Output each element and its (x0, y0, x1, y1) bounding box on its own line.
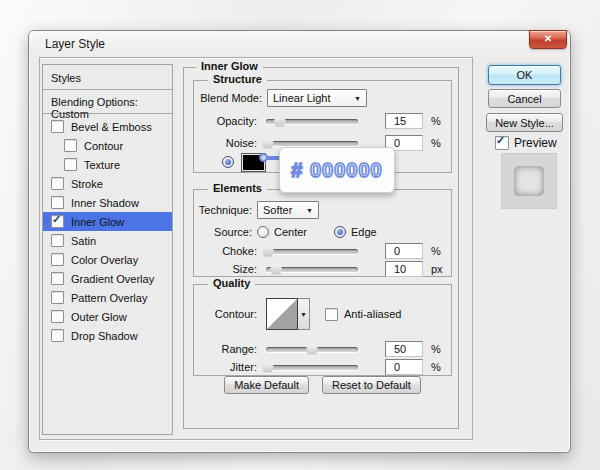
reset-to-default-button[interactable]: Reset to Default (322, 376, 421, 394)
technique-value: Softer (263, 204, 292, 216)
range-slider-thumb[interactable] (306, 344, 318, 355)
jitter-slider[interactable] (266, 365, 358, 370)
antialiased-checkbox[interactable] (325, 308, 338, 321)
choke-unit: % (431, 245, 441, 257)
contour-swatch[interactable] (266, 298, 298, 330)
noise-slider-thumb[interactable] (262, 138, 274, 149)
sidebar-item-label: Texture (84, 159, 120, 171)
layer-style-dialog: Layer Style ✕ Styles Blending Options: C… (28, 30, 571, 453)
effect-checkbox[interactable] (51, 196, 64, 209)
sidebar-item-label: Satin (71, 235, 96, 247)
effect-checkbox[interactable] (51, 310, 64, 323)
sidebar-item-label: Outer Glow (71, 311, 127, 323)
noise-slider[interactable] (266, 141, 358, 146)
source-center-label: Center (274, 226, 307, 238)
effect-checkbox[interactable] (64, 158, 77, 171)
choke-input[interactable] (385, 243, 423, 259)
size-slider-thumb[interactable] (270, 264, 282, 275)
jitter-label: Jitter: (194, 361, 257, 373)
choke-slider-thumb[interactable] (262, 246, 274, 257)
structure-title: Structure (208, 73, 267, 85)
effect-checkbox[interactable] (51, 272, 64, 285)
range-input[interactable] (385, 341, 423, 357)
size-unit: px (431, 263, 443, 275)
sidebar-item-gradient-overlay[interactable]: Gradient Overlay (43, 269, 172, 288)
opacity-input[interactable] (385, 113, 423, 129)
range-label: Range: (194, 343, 257, 355)
range-unit: % (431, 343, 441, 355)
effect-checkbox[interactable] (51, 234, 64, 247)
effect-checkbox[interactable] (64, 139, 77, 152)
sidebar-item-bevel-emboss[interactable]: Bevel & Emboss (43, 117, 172, 136)
effect-checkbox[interactable] (51, 329, 64, 342)
choke-slider[interactable] (266, 249, 358, 254)
sidebar-item-stroke[interactable]: Stroke (43, 174, 172, 193)
panel-title: Inner Glow (196, 60, 263, 72)
effect-checkbox[interactable] (51, 253, 64, 266)
contour-picker-arrow[interactable]: ▼ (298, 298, 310, 330)
sidebar-item-label: Gradient Overlay (71, 273, 154, 285)
sidebar-item-label: Inner Shadow (71, 197, 139, 209)
blend-mode-select[interactable]: Linear Light ▼ (267, 89, 367, 107)
jitter-slider-thumb[interactable] (262, 362, 274, 373)
range-slider[interactable] (266, 347, 358, 352)
sidebar-item-label: Bevel & Emboss (71, 121, 152, 133)
technique-select[interactable]: Softer ▼ (257, 201, 319, 219)
cancel-button[interactable]: Cancel (488, 89, 561, 108)
blend-mode-value: Linear Light (273, 92, 331, 104)
sidebar-item-label: Drop Shadow (71, 330, 138, 342)
source-edge-radio[interactable] (334, 226, 346, 238)
effect-checkbox[interactable] (51, 291, 64, 304)
source-center-radio[interactable] (257, 226, 269, 238)
sidebar-item-label: Pattern Overlay (71, 292, 147, 304)
styles-sidebar: Styles Blending Options: Custom Bevel & … (42, 64, 173, 435)
effect-checkbox[interactable] (51, 177, 64, 190)
default-buttons-row: Make Default Reset to Default (193, 376, 452, 394)
sidebar-item-satin[interactable]: Satin (43, 231, 172, 250)
size-label: Size: (194, 263, 257, 275)
size-slider[interactable] (266, 267, 358, 272)
preview-label: Preview (514, 136, 557, 150)
preview-checkbox[interactable] (495, 136, 509, 150)
opacity-unit: % (431, 115, 441, 127)
glow-color-radio[interactable] (222, 156, 234, 168)
sidebar-item-styles[interactable]: Styles (43, 65, 172, 90)
ok-button[interactable]: OK (488, 65, 561, 85)
close-icon[interactable]: ✕ (529, 30, 567, 49)
chevron-down-icon: ▼ (300, 311, 307, 318)
noise-unit: % (431, 137, 441, 149)
color-hex-value: # 000000 (291, 159, 382, 182)
sidebar-item-texture[interactable]: Texture (43, 155, 172, 174)
quality-title: Quality (208, 277, 255, 289)
color-value-tooltip: # 000000 (279, 147, 395, 193)
opacity-slider[interactable] (266, 119, 358, 124)
sidebar-item-contour[interactable]: Contour (43, 136, 172, 155)
title-bar[interactable]: Layer Style ✕ (29, 31, 570, 57)
dialog-title: Layer Style (45, 37, 105, 51)
preview-toggle: Preview (495, 136, 557, 150)
sidebar-item-label: Inner Glow (71, 216, 124, 228)
sidebar-items: Bevel & EmbossContourTextureStrokeInner … (43, 114, 172, 345)
sidebar-item-pattern-overlay[interactable]: Pattern Overlay (43, 288, 172, 307)
effect-checkbox[interactable] (51, 215, 64, 228)
sidebar-item-color-overlay[interactable]: Color Overlay (43, 250, 172, 269)
jitter-unit: % (431, 361, 441, 373)
make-default-button[interactable]: Make Default (224, 376, 309, 394)
style-preview-thumbnail (501, 153, 557, 209)
chevron-down-icon: ▼ (348, 95, 361, 102)
antialiased-label: Anti-aliased (344, 308, 401, 320)
sidebar-item-inner-glow[interactable]: Inner Glow (43, 212, 172, 231)
new-style-button[interactable]: New Style... (486, 113, 563, 132)
sidebar-item-inner-shadow[interactable]: Inner Shadow (43, 193, 172, 212)
inner-glow-preview (514, 166, 544, 196)
sidebar-item-label: Stroke (71, 178, 103, 190)
sidebar-item-drop-shadow[interactable]: Drop Shadow (43, 326, 172, 345)
size-input[interactable] (385, 261, 423, 277)
sidebar-item-blending-options[interactable]: Blending Options: Custom (43, 90, 172, 114)
jitter-input[interactable] (385, 359, 423, 375)
elements-title: Elements (208, 182, 267, 194)
choke-label: Choke: (194, 245, 257, 257)
sidebar-item-outer-glow[interactable]: Outer Glow (43, 307, 172, 326)
effect-checkbox[interactable] (51, 120, 64, 133)
opacity-slider-thumb[interactable] (274, 116, 286, 127)
